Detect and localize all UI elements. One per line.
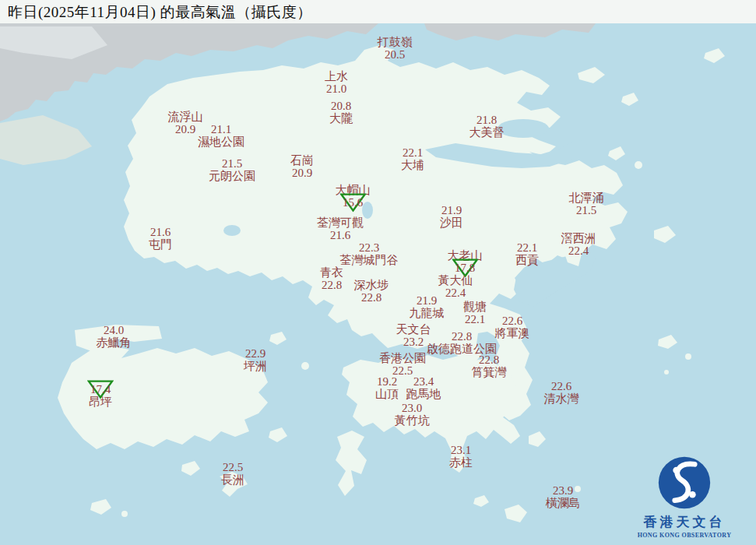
station-value-text: 21.9 [417, 294, 437, 307]
station-label: 上水21.0 [325, 70, 348, 95]
station-value: 23.9 [546, 484, 581, 497]
station-label: 24.0赤鱲角 [97, 324, 132, 349]
station-value-text: 21.8 [476, 114, 497, 126]
station-value-text: 19.2 [377, 375, 397, 388]
station-value: 23.1 [449, 444, 473, 456]
station-value: 21.1 [198, 123, 244, 135]
station-name: 跑馬地 [406, 388, 441, 400]
station-name: 石崗 [290, 154, 314, 167]
station-value: 20.9 [290, 167, 314, 179]
station-label: 23.9橫瀾島 [546, 484, 581, 509]
station-label: 22.8啟德跑道公園 [427, 330, 497, 355]
station-value: 22.9 [244, 347, 267, 360]
station-value-text: 22.1 [465, 313, 485, 325]
station-value-text: 21.6 [150, 226, 171, 238]
islet [664, 370, 669, 374]
station-value: 22.4 [561, 244, 596, 257]
station-name: 赤鱲角 [97, 336, 132, 349]
station-value-text: 20.5 [385, 48, 405, 61]
station-name: 黃竹坑 [395, 414, 430, 427]
station-name: 山頂 [375, 388, 399, 400]
station-value-text: 22.9 [245, 347, 265, 360]
station-name: 觀塘 [463, 301, 487, 313]
station-value: 22.8 [427, 330, 497, 343]
station-value-text: 22.8 [361, 291, 382, 304]
station-value: 22.5 [221, 461, 244, 473]
station-value: 23.4 [406, 375, 441, 388]
station-label: 17.4昂坪 [89, 383, 112, 408]
station-label: 21.8大美督 [469, 114, 505, 139]
station-value-text: 17.8 [455, 262, 475, 274]
station-value-text: 22.8 [322, 279, 342, 291]
station-value: 21.0 [325, 83, 348, 95]
station-label: 深水埗22.8 [354, 279, 389, 304]
station-value-text: 22.6 [502, 315, 522, 327]
station-name: 大埔 [401, 159, 424, 171]
station-value-text: 22.6 [551, 380, 571, 392]
station-label: 石崗20.9 [290, 154, 314, 179]
station-name: 荃灣城門谷 [340, 254, 399, 266]
station-name: 滘西洲 [561, 232, 596, 244]
station-label: 19.2山頂 [375, 375, 399, 400]
station-label: 23.4跑馬地 [406, 375, 441, 400]
station-value-text: 20.9 [292, 167, 312, 179]
station-value: 15.6 [336, 196, 371, 209]
station-label: 21.5元朗公園 [209, 157, 255, 182]
station-name: 濕地公園 [198, 135, 244, 148]
station-name: 深水埗 [354, 279, 389, 291]
station-value-text: 21.5 [222, 157, 242, 170]
tai-lam-reservoir [223, 225, 241, 236]
station-label: 23.1赤柱 [449, 444, 473, 469]
station-name: 香港公園 [379, 352, 426, 364]
station-label: 香港公園22.5 [379, 352, 426, 377]
station-name: 九龍城 [410, 307, 445, 319]
station-value: 21.9 [410, 294, 445, 307]
station-label: 北潭涌21.5 [569, 192, 604, 216]
station-value: 22.8 [320, 279, 343, 291]
station-label: 21.9九龍城 [410, 294, 445, 319]
station-value-text: 21.5 [576, 204, 596, 216]
station-label: 22.1西貢 [515, 241, 539, 266]
station-value-text: 21.6 [330, 229, 350, 241]
station-value-text: 22.8 [479, 353, 499, 366]
station-value-text: 23.2 [403, 336, 424, 348]
station-name: 長洲 [221, 473, 244, 486]
station-label: 22.3荃灣城門谷 [340, 241, 399, 266]
station-value: 21.5 [569, 204, 604, 216]
station-name: 打鼓嶺 [378, 36, 413, 48]
station-value-text: 21.9 [441, 204, 462, 216]
station-value: 17.4 [89, 383, 112, 396]
station-value-text: 20.8 [331, 100, 351, 112]
station-value-text: 22.1 [403, 146, 423, 159]
station-value: 22.6 [544, 380, 579, 392]
station-name: 天文台 [396, 323, 431, 336]
plover-cove-reservoir [498, 119, 549, 138]
station-name: 屯門 [149, 238, 172, 251]
station-label: 天文台23.2 [396, 323, 431, 348]
islet [685, 353, 691, 360]
station-value: 22.1 [401, 146, 424, 159]
station-name: 橫瀾島 [546, 497, 581, 509]
station-value: 22.6 [495, 315, 530, 327]
hko-logo-name-en: HONG KONG OBSERVATORY [622, 532, 747, 539]
station-label: 21.6屯門 [149, 226, 172, 251]
station-value-text: 22.8 [452, 330, 472, 343]
station-value: 21.9 [440, 204, 463, 216]
station-value: 22.1 [515, 241, 539, 254]
station-value: 21.5 [209, 157, 255, 170]
station-value-text: 21.0 [326, 83, 346, 95]
station-label: 22.6將軍澳 [495, 315, 530, 339]
station-name: 西貢 [515, 254, 539, 266]
station-label: 22.1大埔 [401, 146, 424, 171]
station-label: 22.5長洲 [221, 461, 244, 486]
kau-yi-chau-islet [301, 362, 309, 370]
station-name: 黃大仙 [438, 274, 473, 287]
station-value-text: 22.5 [223, 461, 243, 473]
station-name: 坪洲 [244, 360, 267, 372]
station-value-text: 23.1 [451, 444, 471, 456]
station-value-text: 20.9 [175, 123, 195, 135]
station-value: 24.0 [97, 324, 132, 336]
station-value-text: 24.0 [104, 324, 124, 336]
station-value-text: 21.1 [211, 123, 231, 135]
station-name: 荃灣可觀 [317, 216, 364, 229]
